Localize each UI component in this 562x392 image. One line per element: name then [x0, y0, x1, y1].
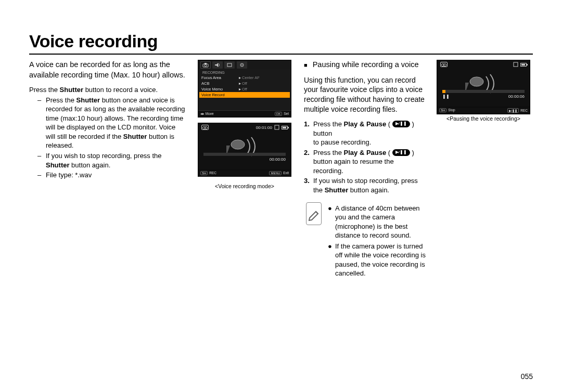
shutter-word: Shutter — [60, 86, 84, 94]
note-box: ● A distance of 40cm between you and the… — [304, 202, 426, 280]
text: button again. — [70, 161, 111, 169]
list-item: – File type: *.wav — [37, 171, 185, 180]
right-intro: Using this function, you can record your… — [304, 75, 426, 115]
battery-icon — [520, 63, 527, 67]
lcd2-caption: <Voice recording mode> — [215, 183, 274, 189]
svg-point-8 — [231, 140, 245, 149]
menu-label: ACB — [201, 81, 238, 86]
menu-value: Off — [242, 81, 288, 86]
svg-point-2 — [205, 64, 207, 67]
camera-tab-icon — [200, 61, 211, 69]
lcd-column: RECORDING Focus Area▸Center AF ACB▸Off V… — [196, 60, 293, 280]
menu-value: Center AF — [242, 75, 288, 80]
available-time: 00:01:00 — [256, 125, 272, 130]
lcd-foot-left: SHStop — [439, 108, 455, 113]
press-shutter-line: Press the Shutter button to record a voi… — [29, 85, 185, 95]
steps-list: 1. Press the Play & Pause ( ▶/❚❚ ) butto… — [304, 120, 426, 194]
shutter-word: Shutter — [123, 133, 147, 140]
lcd-menu-screenshot: RECORDING Focus Area▸Center AF ACB▸Off V… — [198, 60, 291, 117]
svg-point-6 — [241, 64, 242, 66]
square-bullet-icon: ■ — [304, 61, 308, 69]
text: Press the — [313, 120, 344, 128]
play-pause-badge-icon: ▶/❚❚ — [507, 108, 519, 113]
play-pause-icon: ▶/❚❚ — [392, 149, 410, 156]
svg-rect-7 — [275, 125, 279, 129]
menu-label: Focus Area — [201, 75, 238, 80]
svg-rect-10 — [514, 62, 518, 67]
svg-point-11 — [470, 77, 483, 86]
menu-row: Voice Memo▸Off — [199, 86, 290, 92]
text: If you wish to stop recording, press the — [46, 152, 162, 160]
text: to pause recording. — [313, 138, 371, 146]
shutter-word: Shutter — [76, 96, 100, 104]
tape-icon — [201, 125, 209, 131]
left-column: A voice can be recorded for as long as t… — [29, 60, 185, 280]
play-pause-word: Play & Pause — [344, 120, 387, 128]
left-intro: A voice can be recorded for as long as t… — [29, 60, 185, 80]
elapsed-time: 00:00:06 — [508, 94, 525, 99]
lcd-foot-right: OKSet — [275, 112, 289, 116]
text: Press the — [46, 96, 76, 104]
note-icon — [306, 202, 322, 225]
menu-row: ACB▸Off — [199, 81, 290, 86]
display-tab-icon — [224, 61, 235, 69]
menu-row-empty — [199, 103, 290, 109]
battery-icon — [282, 126, 288, 129]
menu-label: Voice Memo — [201, 87, 238, 92]
play-pause-word: Play & Pause — [344, 149, 387, 156]
section-heading: ■ Pausing while recording a voice — [304, 60, 426, 70]
page-title: Voice recording — [29, 31, 533, 51]
note-text: A distance of 40cm between you and the c… — [335, 204, 426, 240]
lcd-pause-screenshot: ❚❚ 00:00:06 SHStop ▶/❚❚REC — [437, 60, 530, 114]
svg-marker-3 — [215, 63, 218, 67]
file-type: File type: *.wav — [46, 171, 185, 180]
text: button — [313, 129, 332, 137]
title-rule — [29, 54, 533, 55]
sound-tab-icon — [212, 61, 223, 69]
shutter-word: Shutter — [46, 161, 70, 169]
lcd-foot-left: ◂▸ Move — [200, 112, 214, 116]
list-item: 3. If you wish to stop recording, press … — [304, 176, 426, 194]
list-item: 1. Press the Play & Pause ( ▶/❚❚ ) butto… — [304, 120, 426, 147]
note-item: ● A distance of 40cm between you and the… — [328, 204, 426, 240]
list-item: – If you wish to stop recording, press t… — [37, 151, 185, 169]
memory-icon — [513, 62, 518, 67]
lcd-foot-right: ▶/❚❚REC — [507, 108, 528, 113]
settings-tab-icon — [237, 61, 247, 69]
menu-row-empty — [199, 98, 290, 103]
text: button to record a voice. — [83, 86, 158, 94]
section-title: Pausing while recording a voice — [313, 60, 419, 70]
lcd-foot-left: SHREC — [200, 171, 216, 175]
svg-rect-4 — [227, 63, 232, 67]
left-bullets: – Press the Shutter button once and voic… — [29, 96, 185, 180]
lcd-recording-screenshot: 00:01:00 00:00:00 — [198, 123, 291, 177]
list-item: – Press the Shutter button once and voic… — [37, 96, 185, 150]
text: Press the — [313, 149, 344, 156]
lcd-top-right — [513, 62, 527, 67]
right-aside: ❚❚ 00:00:06 SHStop ▶/❚❚REC <Pausing the … — [434, 60, 533, 280]
pause-indicator-icon: ❚❚ — [442, 94, 450, 99]
text: button again. — [348, 186, 389, 194]
menu-row: Focus Area▸Center AF — [199, 75, 290, 81]
text: button again to resume the recording. — [313, 158, 394, 175]
play-pause-icon: ▶/❚❚ — [392, 121, 410, 127]
elapsed-time: 00:00:00 — [198, 156, 291, 162]
lcd-foot-right: MENUExit — [269, 171, 289, 175]
right-text: ■ Pausing while recording a voice Using … — [304, 60, 426, 280]
list-item: 2. Press the Play & Pause ( ▶/❚❚ ) butto… — [304, 148, 426, 176]
shutter-word: Shutter — [325, 186, 349, 194]
menu-label: Voice Record — [201, 93, 238, 97]
lcd3-caption: <Pausing the voice recording> — [446, 115, 520, 122]
menu-value: Off — [242, 87, 288, 92]
text: Press the — [29, 86, 60, 94]
lcd-top-right: 00:01:00 — [256, 125, 288, 130]
page-number: 055 — [521, 372, 533, 381]
memory-icon — [274, 125, 279, 130]
menu-row-selected: Voice Record — [199, 92, 290, 98]
note-text: If the camera power is turned off while … — [335, 242, 426, 278]
tape-icon — [440, 62, 448, 68]
note-item: ● If the camera power is turned off whil… — [328, 242, 426, 278]
lcd-menu-heading: RECORDING — [199, 70, 290, 75]
